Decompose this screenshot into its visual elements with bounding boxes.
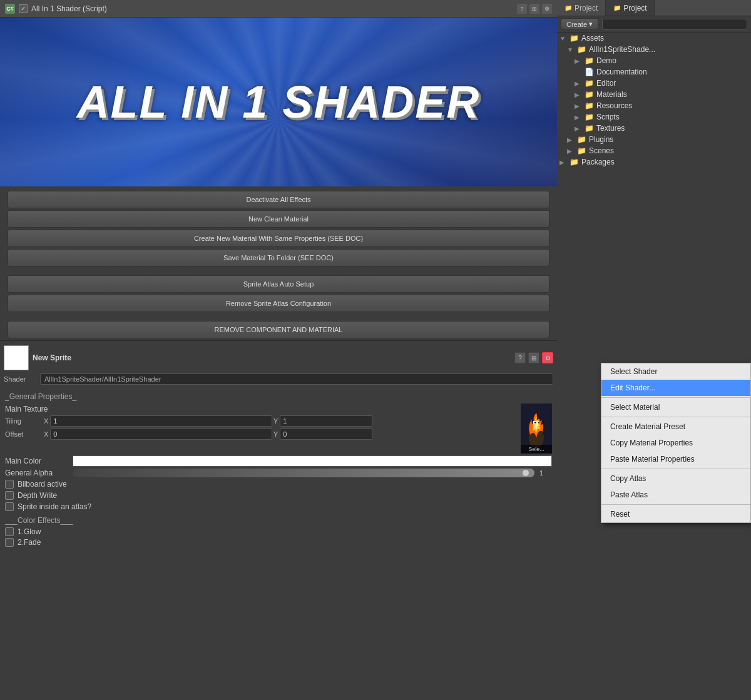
allin1-label: AllIn1SpriteShade...	[589, 45, 655, 54]
offset-y-axis: Y	[273, 430, 278, 438]
ctx-copy-props[interactable]: Copy Material Properties	[601, 435, 750, 451]
tree-documentation[interactable]: ▶ 📄 Documentation	[557, 66, 751, 78]
depth-write-label: Depth Write	[18, 491, 57, 500]
depth-write-row: Depth Write	[5, 491, 552, 500]
material-layout-icon[interactable]: ⊞	[528, 352, 539, 363]
sprite-atlas-button[interactable]: Sprite Atlas Auto Setup	[8, 275, 549, 293]
fade-label: 2.Fade	[18, 538, 41, 547]
tree-scenes[interactable]: ▶ 📁 Scenes	[557, 145, 751, 156]
glow-checkbox[interactable]	[5, 527, 14, 536]
sprite-atlas-checkbox[interactable]	[5, 502, 14, 511]
texture-controls: Main Texture Tiling X Y Offset	[5, 403, 516, 442]
demo-arrow: ▶	[575, 58, 582, 64]
layout-icon[interactable]: ⊞	[529, 4, 539, 14]
offset-y-group: Y	[273, 429, 286, 440]
save-material-button[interactable]: Save Material To Folder (SEE DOC)	[8, 249, 549, 266]
material-help-icon[interactable]: ?	[514, 352, 526, 363]
assets-arrow: ▼	[559, 35, 567, 42]
main-texture-label: Main Texture	[5, 405, 516, 413]
tree-textures[interactable]: ▶ 📁 Textures	[557, 123, 751, 134]
enable-checkbox[interactable]: ✓	[19, 4, 28, 13]
general-alpha-slider[interactable]	[73, 469, 534, 477]
ctx-divider-3	[601, 469, 750, 469]
ctx-paste-atlas[interactable]: Paste Atlas	[601, 487, 750, 503]
tree-plugins[interactable]: ▶ 📁 Plugins	[557, 134, 751, 145]
shader-path: AllIn1SpriteShader/AllIn1SpriteShader	[40, 373, 553, 385]
tree-resources[interactable]: ▶ 📁 Resources	[557, 100, 751, 111]
depth-write-checkbox[interactable]	[5, 491, 14, 500]
tiling-row: Tiling X Y	[5, 415, 516, 427]
help-icon[interactable]: ?	[517, 4, 527, 14]
glow-label: 1.Glow	[18, 527, 41, 536]
billboard-checkbox[interactable]	[5, 480, 14, 489]
tab-project1-label: Project	[575, 4, 598, 13]
project-search[interactable]	[602, 19, 747, 30]
create-new-button[interactable]: Create New Material With Same Properties…	[8, 230, 549, 247]
sprite-atlas-row: Sprite inside an atlas?	[5, 502, 552, 511]
ctx-edit-shader[interactable]: Edit Shader...	[601, 380, 750, 396]
doc-label: Documentation	[596, 68, 647, 76]
remove-atlas-button[interactable]: Remove Sprite Atlas Configuration	[8, 295, 549, 312]
create-chevron: ▾	[589, 20, 593, 28]
offset-x-group: X	[44, 429, 272, 440]
editor-label: Editor	[596, 79, 616, 88]
new-clean-button[interactable]: New Clean Material	[8, 210, 549, 228]
tree-packages[interactable]: ▶ 📁 Packages	[557, 156, 751, 168]
alpha-handle	[522, 469, 529, 477]
tree-allin1[interactable]: ▼ 📁 AllIn1SpriteShade...	[557, 44, 751, 55]
scripts-folder-icon: 📁	[585, 113, 594, 121]
tree-assets[interactable]: ▼ 📁 Assets	[557, 33, 751, 44]
offset-y-input[interactable]	[280, 429, 372, 440]
texture-thumbnail: Sele...	[521, 403, 552, 454]
tree-materials[interactable]: ▶ 📁 Materials	[557, 89, 751, 100]
material-gear-icon[interactable]: ⚙	[542, 352, 553, 363]
create-new-btn-row: Create New Material With Same Properties…	[8, 230, 549, 247]
fade-checkbox[interactable]	[5, 538, 14, 547]
general-properties-header: _General Properties_	[5, 392, 552, 401]
material-preview	[4, 345, 29, 370]
offset-x-input[interactable]	[50, 429, 272, 440]
save-material-btn-row: Save Material To Folder (SEE DOC)	[8, 249, 549, 266]
settings-icon[interactable]: ⚙	[542, 4, 552, 14]
general-alpha-row: General Alpha 1	[5, 469, 552, 477]
resources-arrow: ▶	[575, 103, 582, 109]
ctx-create-preset[interactable]: Create Material Preset	[601, 418, 750, 435]
right-panel: 📁 Project 📁 Project Create ▾ ▼ 📁 Assets …	[557, 0, 751, 700]
tree-scripts[interactable]: ▶ 📁 Scripts	[557, 111, 751, 123]
project1-icon: 📁	[565, 4, 572, 11]
tiling-x-input[interactable]	[50, 415, 272, 427]
packages-folder-icon: 📁	[570, 158, 579, 166]
tiling-x-axis: X	[44, 417, 48, 425]
tab-project2[interactable]: 📁 Project	[606, 0, 655, 16]
tiling-label: Tiling	[5, 417, 43, 425]
offset-x-axis: X	[44, 430, 48, 438]
main-color-row: Main Color	[5, 455, 552, 467]
texture-select-label[interactable]: Sele...	[521, 445, 552, 454]
deactivate-button[interactable]: Deactivate All Effects	[8, 191, 549, 208]
main-color-label: Main Color	[5, 457, 68, 465]
ctx-select-shader[interactable]: Select Shader	[601, 363, 750, 380]
material-name: New Sprite	[33, 353, 511, 362]
csharp-icon: C#	[5, 4, 15, 14]
remove-component-button[interactable]: REMOVE COMPONENT AND MATERIAL	[8, 321, 549, 338]
scripts-label: Scripts	[596, 113, 620, 121]
plugins-arrow: ▶	[567, 136, 575, 143]
tab-project2-label: Project	[623, 4, 646, 13]
main-color-swatch[interactable]	[73, 455, 552, 467]
title-bar: C# ✓ All In 1 Shader (Script) ? ⊞ ⚙	[0, 0, 557, 18]
tree-editor[interactable]: ▶ 📁 Editor	[557, 78, 751, 89]
allin1-folder-icon: 📁	[577, 45, 586, 54]
ctx-paste-props[interactable]: Paste Material Properties	[601, 451, 750, 467]
tiling-y-group: Y	[273, 415, 286, 427]
ctx-copy-atlas[interactable]: Copy Atlas	[601, 470, 750, 487]
tab-project1[interactable]: 📁 Project	[557, 0, 606, 16]
tree-demo[interactable]: ▶ 📁 Demo	[557, 55, 751, 66]
demo-folder-icon: 📁	[585, 56, 594, 65]
ctx-reset[interactable]: Reset	[601, 506, 750, 522]
ctx-select-material[interactable]: Select Material	[601, 399, 750, 415]
tiling-y-input[interactable]	[280, 415, 372, 427]
create-button[interactable]: Create ▾	[561, 18, 598, 30]
alpha-value: 1	[539, 469, 552, 477]
project2-icon: 📁	[613, 4, 621, 11]
materials-arrow: ▶	[575, 91, 582, 98]
